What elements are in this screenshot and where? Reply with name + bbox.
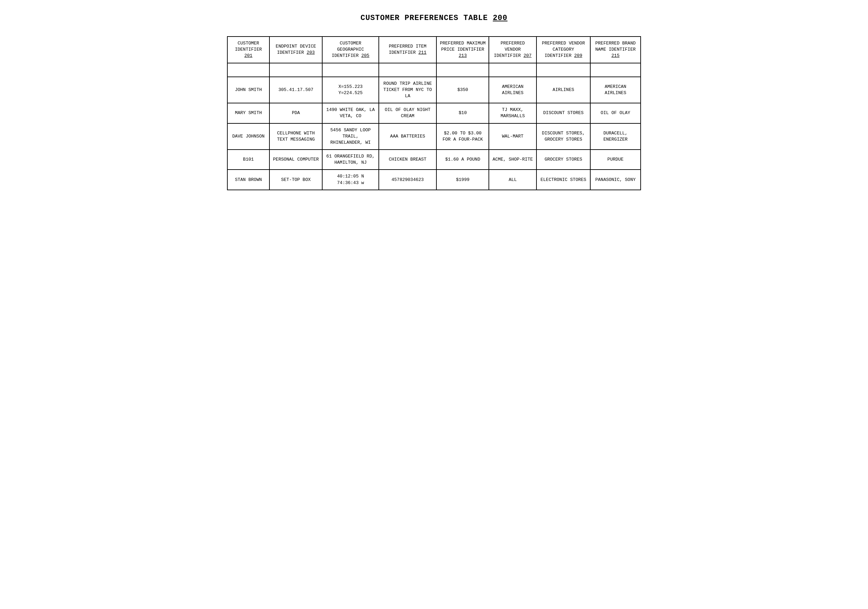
cell-vendor: AMERICAN AIRLINES [489,77,536,104]
title-number: 200 [493,14,507,22]
cell-category: DISCOUNT STORES, GROCERY STORES [536,124,590,150]
header-211: PREFERRED ITEM IDENTIFIER 211 [379,37,437,63]
header-207: PREFERRED VENDOR IDENTIFIER 207 [489,37,536,63]
cell-brand: AMERICAN AIRLINES [590,77,641,104]
cell-geo: 1490 WHITE OAK, LA VETA, CO [322,103,379,123]
empty-213 [436,63,489,77]
cell-category: ELECTRONIC STORES [536,170,590,190]
header-205: CUSTOMER GEOGRAPHIC IDENTIFIER 205 [322,37,379,63]
cell-customer: MARY SMITH [227,103,270,123]
empty-207 [489,63,536,77]
customer-preferences-table: CUSTOMER IDENTIFIER 201 ENDPOINT DEVICE … [227,36,641,190]
cell-geo: 61 ORANGEFIELD RD, HAMILTON, NJ [322,150,379,170]
header-201: CUSTOMER IDENTIFIER 201 [227,37,270,63]
empty-201 [227,63,270,77]
cell-item: 457829034623 [379,170,437,190]
table-row: STAN BROWNSET-TOP BOX40:12:05 N74:36:43 … [227,170,641,190]
cell-device: SET-TOP BOX [270,170,322,190]
table-row: DAVE JOHNSONCELLPHONE WITH TEXT MESSAGIN… [227,124,641,150]
cell-customer: DAVE JOHNSON [227,124,270,150]
cell-vendor: ALL [489,170,536,190]
cell-geo: X=155.223Y=224.525 [322,77,379,104]
empty-205 [322,63,379,77]
header-209: PREFERRED VENDOR CATEGORY IDENTIFIER 209 [536,37,590,63]
cell-price: $350 [436,77,489,104]
page-container: CUSTOMER PREFERENCES TABLE 200 CUSTOMER … [227,14,641,190]
cell-device: 305.41.17.507 [270,77,322,104]
header-215: PREFERRED BRAND NAME IDENTIFIER 215 [590,37,641,63]
cell-device: PERSONAL COMPUTER [270,150,322,170]
cell-customer: JOHN SMITH [227,77,270,104]
empty-215 [590,63,641,77]
header-213: PREFERRED MAXIMUM PRICE IDENTIFIER 213 [436,37,489,63]
cell-customer: STAN BROWN [227,170,270,190]
cell-category: GROCERY STORES [536,150,590,170]
cell-item: AAA BATTERIES [379,124,437,150]
empty-209 [536,63,590,77]
cell-brand: PANASONIC, SONY [590,170,641,190]
cell-vendor: WAL-MART [489,124,536,150]
cell-vendor: TJ MAXX, MARSHALLS [489,103,536,123]
cell-geo: 5456 SANDY LOOP TRAIL, RHINELANDER, WI [322,124,379,150]
cell-item: CHICKEN BREAST [379,150,437,170]
cell-item: ROUND TRIP AIRLINE TICKET FROM NYC TO LA [379,77,437,104]
header-203: ENDPOINT DEVICE IDENTIFIER 203 [270,37,322,63]
cell-brand: PURDUE [590,150,641,170]
cell-item: OIL OF OLAY NIGHT CREAM [379,103,437,123]
cell-vendor: ACME, SHOP-RITE [489,150,536,170]
empty-203 [270,63,322,77]
cell-price: $10 [436,103,489,123]
cell-price: $1.60 A POUND [436,150,489,170]
cell-category: DISCOUNT STORES [536,103,590,123]
table-row: JOHN SMITH305.41.17.507X=155.223Y=224.52… [227,77,641,104]
cell-geo: 40:12:05 N74:36:43 w [322,170,379,190]
cell-category: AIRLINES [536,77,590,104]
empty-211 [379,63,437,77]
cell-price: $2.00 TO $3.00 FOR A FOUR-PACK [436,124,489,150]
cell-device: PDA [270,103,322,123]
table-row: B101PERSONAL COMPUTER61 ORANGEFIELD RD, … [227,150,641,170]
cell-brand: OIL OF OLAY [590,103,641,123]
cell-device: CELLPHONE WITH TEXT MESSAGING [270,124,322,150]
title-text: CUSTOMER PREFERENCES TABLE [361,14,488,22]
page-title: CUSTOMER PREFERENCES TABLE 200 [227,14,641,22]
cell-price: $1999 [436,170,489,190]
cell-brand: DURACELL, ENERGIZER [590,124,641,150]
table-row: MARY SMITHPDA1490 WHITE OAK, LA VETA, CO… [227,103,641,123]
cell-customer: B101 [227,150,270,170]
